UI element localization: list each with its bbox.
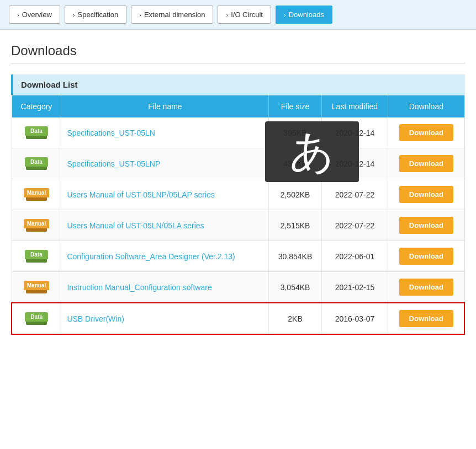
tab-arrow-overview: › bbox=[17, 12, 19, 18]
download-button-5[interactable]: Download bbox=[399, 279, 453, 296]
cell-category-1: Data bbox=[12, 148, 61, 179]
ime-overlay: あ bbox=[265, 121, 359, 182]
cell-download-2: Download bbox=[388, 179, 464, 210]
download-button-1[interactable]: Download bbox=[399, 155, 453, 172]
table-body: Data Specifications_UST-05LN 395KB 2020-… bbox=[12, 117, 464, 334]
category-bottom-2 bbox=[26, 197, 47, 201]
file-link-4[interactable]: Configuration Software_Area Designer (Ve… bbox=[67, 252, 235, 261]
cell-download-4: Download bbox=[388, 241, 464, 272]
category-label-6: Data bbox=[25, 312, 48, 322]
table-row: Data Specifications_UST-05LNP 436KB 2020… bbox=[12, 148, 464, 179]
category-badge-5: Manual bbox=[18, 281, 56, 293]
cell-category-6: Data bbox=[12, 303, 61, 334]
cell-modified-4: 2022-06-01 bbox=[321, 241, 388, 272]
tab-arrow-specification: › bbox=[73, 12, 75, 18]
tab-arrow-external-dimension: › bbox=[139, 12, 141, 18]
category-label-3: Manual bbox=[24, 219, 49, 228]
table-header: Category File name File size Last modifi… bbox=[12, 95, 464, 118]
col-filesize: File size bbox=[269, 95, 321, 118]
category-label-2: Manual bbox=[24, 188, 49, 197]
cell-download-1: Download bbox=[388, 148, 464, 179]
nav-tab-overview[interactable]: ›Overview bbox=[9, 6, 60, 24]
category-badge-6: Data bbox=[18, 312, 55, 325]
cell-modified-2: 2022-07-22 bbox=[321, 179, 388, 210]
tab-arrow-io-circuit: › bbox=[226, 12, 228, 18]
category-bottom-6 bbox=[26, 322, 47, 325]
tab-label-specification: Specification bbox=[78, 10, 119, 19]
nav-tab-external-dimension[interactable]: ›External dimension bbox=[131, 6, 213, 24]
page-title: Downloads bbox=[11, 43, 465, 58]
cell-category-5: Manual bbox=[12, 272, 61, 303]
category-label-4: Data bbox=[25, 250, 48, 259]
ime-character: あ bbox=[289, 130, 335, 174]
download-button-3[interactable]: Download bbox=[399, 217, 453, 234]
cell-download-0: Download bbox=[388, 117, 464, 148]
category-badge-2: Manual bbox=[18, 188, 56, 201]
file-link-2[interactable]: Users Manual of UST-05LNP/05LAP series bbox=[67, 190, 214, 199]
download-button-0[interactable]: Download bbox=[399, 124, 453, 141]
category-badge-0: Data bbox=[18, 126, 56, 139]
download-button-4[interactable]: Download bbox=[399, 248, 453, 265]
section-header: Download List bbox=[11, 74, 465, 95]
file-link-5[interactable]: Instruction Manual_Configuration softwar… bbox=[67, 283, 211, 292]
page-content: Downloads Download List Category File na… bbox=[0, 30, 476, 348]
file-link-1[interactable]: Specifications_UST-05LNP bbox=[67, 159, 160, 168]
download-button-6[interactable]: Download bbox=[399, 310, 453, 327]
nav-tab-io-circuit[interactable]: ›I/O Circuit bbox=[218, 6, 271, 24]
cell-modified-6: 2016-03-07 bbox=[321, 303, 388, 334]
cell-filename-0: Specifications_UST-05LN bbox=[61, 117, 269, 148]
file-link-3[interactable]: Users Manual of UST-05LN/05LA series bbox=[67, 221, 204, 230]
category-badge-1: Data bbox=[18, 157, 56, 170]
tab-label-external-dimension: External dimension bbox=[144, 10, 205, 19]
download-button-2[interactable]: Download bbox=[399, 186, 453, 203]
col-download: Download bbox=[388, 95, 464, 118]
category-label-5: Manual bbox=[24, 281, 49, 290]
category-bottom-5 bbox=[26, 290, 47, 293]
header-row: Category File name File size Last modifi… bbox=[12, 95, 464, 118]
cell-download-5: Download bbox=[388, 272, 464, 303]
category-badge-4: Data bbox=[18, 250, 56, 263]
category-bottom-3 bbox=[26, 228, 47, 232]
file-link-6[interactable]: USB Driver(Win) bbox=[67, 314, 124, 323]
download-table: Category File name File size Last modifi… bbox=[11, 95, 465, 335]
tab-label-overview: Overview bbox=[22, 10, 52, 19]
file-link-0[interactable]: Specifications_UST-05LN bbox=[67, 129, 155, 137]
cell-category-2: Manual bbox=[12, 179, 61, 210]
cell-download-6: Download bbox=[388, 303, 464, 334]
cell-download-3: Download bbox=[388, 210, 464, 241]
cell-filename-4: Configuration Software_Area Designer (Ve… bbox=[61, 241, 269, 272]
category-bottom-0 bbox=[26, 136, 47, 139]
cell-modified-3: 2022-07-22 bbox=[321, 210, 388, 241]
category-bottom-4 bbox=[26, 259, 47, 263]
cell-filename-3: Users Manual of UST-05LN/05LA series bbox=[61, 210, 269, 241]
col-filename: File name bbox=[61, 95, 269, 118]
cell-filesize-5: 3,054KB bbox=[269, 272, 321, 303]
nav-tab-specification[interactable]: ›Specification bbox=[65, 6, 126, 24]
cell-filesize-2: 2,502KB bbox=[269, 179, 321, 210]
table-row: Manual Users Manual of UST-05LNP/05LAP s… bbox=[12, 179, 464, 210]
table-row: Manual Users Manual of UST-05LN/05LA ser… bbox=[12, 210, 464, 241]
navigation-bar: ›Overview›Specification›External dimensi… bbox=[0, 0, 476, 30]
category-bottom-1 bbox=[26, 167, 47, 170]
category-label-1: Data bbox=[25, 157, 48, 167]
cell-filename-5: Instruction Manual_Configuration softwar… bbox=[61, 272, 269, 303]
cell-filesize-6: 2KB bbox=[269, 303, 321, 334]
tab-label-downloads: Downloads bbox=[289, 10, 324, 19]
cell-filesize-4: 30,854KB bbox=[269, 241, 321, 272]
col-category: Category bbox=[12, 95, 61, 118]
category-badge-3: Manual bbox=[18, 219, 56, 232]
title-divider bbox=[11, 63, 465, 63]
cell-filesize-3: 2,515KB bbox=[269, 210, 321, 241]
tab-label-io-circuit: I/O Circuit bbox=[231, 10, 263, 19]
cell-category-3: Manual bbox=[12, 210, 61, 241]
cell-filename-2: Users Manual of UST-05LNP/05LAP series bbox=[61, 179, 269, 210]
cell-modified-5: 2021-02-15 bbox=[321, 272, 388, 303]
cell-category-4: Data bbox=[12, 241, 61, 272]
nav-tab-downloads[interactable]: ›Downloads bbox=[276, 6, 332, 24]
table-row: Data USB Driver(Win) 2KB 2016-03-07 Down… bbox=[12, 303, 464, 334]
col-modified: Last modified bbox=[321, 95, 388, 118]
cell-category-0: Data bbox=[12, 117, 61, 148]
cell-filename-1: Specifications_UST-05LNP bbox=[61, 148, 269, 179]
cell-filename-6: USB Driver(Win) bbox=[61, 303, 269, 334]
table-row: Manual Instruction Manual_Configuration … bbox=[12, 272, 464, 303]
